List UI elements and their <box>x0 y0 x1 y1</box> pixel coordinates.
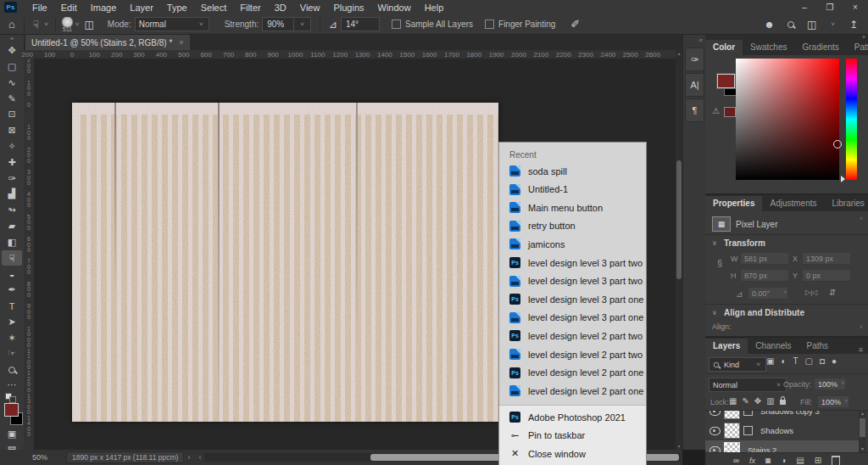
smudge-tool[interactable]: ☟ <box>2 250 22 266</box>
account-icon[interactable]: ☻ <box>760 19 778 31</box>
jump-list-item[interactable]: jamicons <box>499 235 646 253</box>
height-field[interactable]: 870 px <box>740 269 789 282</box>
gamut-warning-icon[interactable]: ⚠ <box>712 106 720 115</box>
new-adjustment-layer-icon[interactable]: ◑ <box>781 456 786 465</box>
properties-tab-properties[interactable]: Properties <box>705 196 762 211</box>
gamut-warning-swatch[interactable] <box>724 107 736 117</box>
shape-layer-filter-icon[interactable]: ▢ <box>805 356 813 366</box>
gradient-tool[interactable]: ◧ <box>2 234 22 249</box>
scroll-up-icon[interactable]: ▴ <box>676 50 682 57</box>
strength-field[interactable]: 90% <box>262 17 294 31</box>
layer-row[interactable]: Shadows <box>705 421 859 440</box>
menu-image[interactable]: Image <box>84 2 124 14</box>
layer-effects-icon[interactable]: fx <box>749 457 755 465</box>
minimize-button[interactable]: – <box>792 0 817 14</box>
menu-type[interactable]: Type <box>160 2 194 14</box>
foreground-color-swatch[interactable] <box>717 74 735 88</box>
menu-select[interactable]: Select <box>194 2 234 14</box>
jump-list-task-adobe-photoshop-2021[interactable]: PsAdobe Photoshop 2021 <box>499 408 646 426</box>
toolbar-collapse-icon[interactable]: » <box>0 35 24 42</box>
layer-visibility-toggle[interactable] <box>705 446 724 453</box>
width-field[interactable]: 581 px <box>740 252 789 265</box>
panel-menu-icon[interactable]: ≡ <box>854 345 868 354</box>
menu-view[interactable]: View <box>293 2 327 14</box>
zoom-level[interactable]: 50% <box>32 453 47 462</box>
layers-scrollbar[interactable]: ▴ ▾ <box>859 411 866 452</box>
home-icon[interactable]: ⌂ <box>5 18 19 31</box>
pixel-layer-filter-icon[interactable]: ▣ <box>766 356 774 366</box>
link-dimensions-icon[interactable]: § <box>717 258 722 268</box>
foreground-color-swatch[interactable] <box>4 403 19 417</box>
jump-list-item[interactable]: retry button <box>499 217 646 235</box>
share-icon[interactable]: ↥ <box>846 19 861 31</box>
layers-tab-layers[interactable]: Layers <box>705 339 748 354</box>
workspace-switcher-icon[interactable]: ◫ <box>804 19 820 31</box>
lock-transparency-icon[interactable]: ▦ <box>729 396 737 406</box>
new-layer-icon[interactable]: ⊞ <box>815 456 821 465</box>
dock-collapse-icon[interactable]: « <box>683 35 706 46</box>
restore-button[interactable]: ❐ <box>817 0 843 14</box>
type-layer-filter-icon[interactable]: T <box>793 356 798 366</box>
search-icon[interactable] <box>787 21 794 28</box>
x-field[interactable]: 1309 px <box>802 252 851 265</box>
brush-tool[interactable]: ✑ <box>2 171 22 186</box>
layer-visibility-toggle[interactable] <box>705 427 724 435</box>
fill-chevron-icon[interactable]: ˅ <box>844 397 849 405</box>
color-field-cursor[interactable] <box>833 140 842 148</box>
canvas[interactable] <box>72 103 498 422</box>
tab-close-icon[interactable]: × <box>179 38 183 47</box>
jump-list-item[interactable]: Pslevel design level 3 part one <box>499 290 646 308</box>
align-collapse-icon[interactable]: ∨ <box>712 309 717 317</box>
lasso-tool[interactable]: ∿ <box>2 75 22 90</box>
jump-list-item[interactable]: Untitled-1 <box>499 181 646 199</box>
brush-preset-picker[interactable]: 511 <box>61 17 74 32</box>
panel-scroll-up-icon[interactable]: ˄ <box>860 216 863 221</box>
flip-horizontal-icon[interactable]: ▷|◁ <box>805 289 817 296</box>
edit-toolbar-icon[interactable]: ⋯ <box>2 378 22 393</box>
adjustment-layer-filter-icon[interactable]: ◐ <box>781 356 786 366</box>
y-field[interactable]: 0 px <box>802 269 851 282</box>
hue-slider-marker[interactable] <box>841 176 845 182</box>
layer-thumbnail[interactable] <box>724 411 740 419</box>
toggle-brush-settings-icon[interactable]: ◫ <box>81 19 97 31</box>
scroll-down-icon[interactable]: ▾ <box>859 446 866 452</box>
link-layers-icon[interactable]: ∞ <box>733 456 739 465</box>
color-tab-gradients[interactable]: Gradients <box>794 40 846 55</box>
dodge-tool[interactable]: ◒ <box>2 266 22 282</box>
history-brush-tool[interactable]: ↬ <box>2 203 22 218</box>
crop-tool[interactable]: ⊡ <box>2 107 22 122</box>
jump-list-item[interactable]: level design level 2 part two <box>499 345 646 363</box>
layer-thumbnail[interactable] <box>724 423 740 439</box>
color-field[interactable] <box>736 59 839 180</box>
layers-tab-channels[interactable]: Channels <box>748 339 798 354</box>
frame-tool[interactable]: ⊠ <box>2 123 22 138</box>
properties-tab-adjustments[interactable]: Adjustments <box>762 196 824 211</box>
layer-group-icon[interactable]: ▤ <box>796 456 804 465</box>
rotate-angle-field[interactable]: 0.00° <box>748 287 788 300</box>
path-selection-tool[interactable]: ➤ <box>2 314 22 329</box>
default-colors-icon[interactable] <box>3 393 24 403</box>
vertical-scrollbar[interactable]: ▴ ▾ <box>676 50 682 450</box>
color-tab-color[interactable]: Color <box>705 40 743 55</box>
hand-tool[interactable]: ☞ <box>2 346 22 361</box>
filter-toggle-icon[interactable]: ● <box>832 356 837 366</box>
mode-dropdown[interactable]: Normal ˅ <box>135 17 209 31</box>
eyedropper-tool[interactable]: ✧ <box>2 139 22 154</box>
quick-selection-tool[interactable]: ✎ <box>2 91 22 106</box>
jump-list-task-close-window[interactable]: ✕Close window <box>499 445 646 462</box>
shape-tool[interactable]: ✶ <box>2 330 22 345</box>
menu-layer[interactable]: Layer <box>123 2 160 14</box>
lock-all-icon[interactable] <box>780 400 786 405</box>
jump-list-item[interactable]: Pslevel design level 3 part two <box>499 254 646 272</box>
toolbar-color-swatches[interactable] <box>3 403 25 427</box>
brush-picker-chevron-icon[interactable]: ˅ <box>75 20 80 28</box>
jump-list-item[interactable]: level design level 3 part one <box>499 309 646 327</box>
properties-tab-libraries[interactable]: Libraries <box>825 196 868 211</box>
menu-filter[interactable]: Filter <box>233 2 267 14</box>
quick-mask-icon[interactable]: ▣ <box>2 427 22 442</box>
brush-settings-panel-icon[interactable]: ✑ <box>685 48 704 71</box>
airbrush-icon[interactable]: ✐ <box>567 18 583 31</box>
hue-slider[interactable] <box>846 59 857 180</box>
color-tab-swatches[interactable]: Swatches <box>743 40 794 55</box>
sample-all-layers-checkbox[interactable]: Sample All Layers <box>392 20 473 29</box>
